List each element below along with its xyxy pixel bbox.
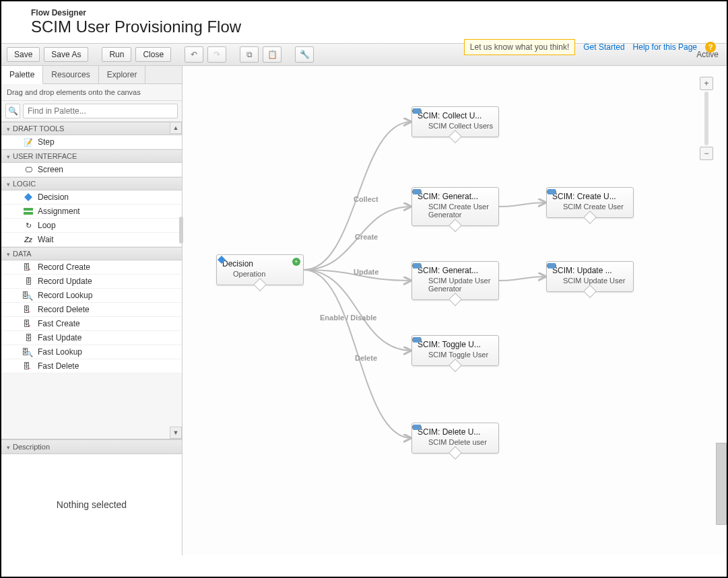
palette-list[interactable]: DRAFT TOOLS📝StepUSER INTERFACE🖵ScreenLOG… <box>1 122 182 439</box>
svg-rect-20 <box>548 263 556 268</box>
node-title: Decision <box>222 259 298 268</box>
node-subtitle: SCIM Create User Generator <box>428 203 493 219</box>
svg-rect-1 <box>24 212 33 215</box>
flow-node-decision[interactable]: +DecisionOperation <box>216 254 304 285</box>
node-title: SCIM: Generat... <box>418 192 493 201</box>
tab-resources[interactable]: Resources <box>43 66 98 83</box>
palette-item[interactable]: Decision <box>1 190 182 205</box>
flow-node-create[interactable]: SCIM: Create U...SCIM Create User <box>546 187 634 218</box>
left-splitter[interactable] <box>179 217 183 244</box>
canvas-right-scrollbar[interactable] <box>716 443 727 525</box>
node-title: SCIM: Toggle U... <box>418 340 493 349</box>
flow-node-genUpdate[interactable]: SCIM: Generat...SCIM Update User Generat… <box>411 261 499 300</box>
palette-item[interactable]: ZzWait <box>1 233 182 247</box>
copy-icon[interactable]: ⧉ <box>240 46 259 63</box>
zoom-out-button[interactable]: − <box>700 147 713 160</box>
palette-category[interactable]: USER INTERFACE <box>1 149 182 163</box>
node-title: SCIM: Generat... <box>418 266 493 275</box>
scroll-up-icon[interactable]: ▲ <box>170 122 182 134</box>
palette-item-label: Loop <box>38 221 56 230</box>
palette-item-label: Fast Delete <box>38 361 79 371</box>
svg-rect-4 <box>420 110 422 112</box>
palette-item[interactable]: 🖵Screen <box>1 163 182 177</box>
flow-node-collect[interactable]: SCIM: Collect U...SCIM Collect Users <box>411 106 499 137</box>
plug-icon <box>552 277 560 285</box>
db-update-icon: 🗄 <box>23 277 34 286</box>
palette-item-label: Step <box>38 137 55 147</box>
palette-item-label: Record Delete <box>38 305 90 314</box>
feedback-button[interactable]: Let us know what you think! <box>464 39 575 55</box>
search-icon[interactable]: 🔍 <box>5 104 20 118</box>
palette-item-label: Record Create <box>38 262 90 272</box>
plug-icon <box>418 277 426 285</box>
palette-item[interactable]: 🗄−Record Delete <box>1 303 182 317</box>
help-link[interactable]: Help for this Page <box>633 42 697 52</box>
left-panel: Palette Resources Explorer Drag and drop… <box>1 66 183 555</box>
svg-rect-19 <box>555 190 556 193</box>
svg-rect-21 <box>547 264 548 267</box>
palette-item[interactable]: 🗄Record Update <box>1 275 182 289</box>
palette-item[interactable]: 🗄+Record Create <box>1 260 182 275</box>
wait-icon: Zz <box>23 235 34 244</box>
redo-icon[interactable]: ↷ <box>207 46 226 63</box>
palette-item[interactable]: 🗄Fast Update <box>1 331 182 345</box>
db-fast-delete-icon: 🗄− <box>23 361 34 371</box>
paste-icon[interactable]: 📋 <box>263 46 282 63</box>
flow-node-update[interactable]: SCIM: Update ...SCIM Update User <box>546 261 634 292</box>
help-icon[interactable]: ? <box>705 42 716 52</box>
flow-node-toggle[interactable]: SCIM: Toggle U...SCIM Toggle User <box>411 335 499 366</box>
add-icon[interactable]: + <box>292 258 300 266</box>
flow-edge[interactable] <box>499 277 546 281</box>
palette-item[interactable]: 📝Step <box>1 135 182 149</box>
db-create-icon: 🗄+ <box>23 262 34 272</box>
palette-item[interactable]: ↻Loop <box>1 219 182 233</box>
undo-icon[interactable]: ↶ <box>185 46 203 63</box>
tab-palette[interactable]: Palette <box>1 66 43 84</box>
node-subtitle: SCIM Collect Users <box>428 122 493 130</box>
svg-rect-2 <box>413 108 421 114</box>
description-body: Nothing selected <box>1 454 182 555</box>
scroll-down-icon[interactable]: ▼ <box>170 427 182 439</box>
node-subtitle: SCIM Create User <box>563 203 624 211</box>
palette-item[interactable]: 🗄🔍Record Lookup <box>1 289 182 303</box>
palette-item[interactable]: 🗄🔍Fast Lookup <box>1 345 182 359</box>
run-button[interactable]: Run <box>102 47 131 62</box>
palette-search-input[interactable] <box>23 104 178 118</box>
plug-icon <box>418 122 426 130</box>
palette-item[interactable]: Assignment <box>1 205 182 219</box>
get-started-link[interactable]: Get Started <box>583 42 624 52</box>
svg-rect-5 <box>413 189 421 194</box>
db-delete-icon: 🗄− <box>23 305 34 314</box>
plug-icon <box>418 351 426 359</box>
breadcrumb-subtitle: Flow Designer <box>31 8 713 17</box>
edge-label: Create <box>355 233 378 241</box>
palette-item-label: Decision <box>38 192 69 202</box>
zoom-in-button[interactable]: + <box>700 77 713 90</box>
palette-category[interactable]: DATA <box>1 247 182 260</box>
palette-category[interactable]: LOGIC <box>1 177 182 190</box>
tab-explorer[interactable]: Explorer <box>99 66 146 83</box>
flow-canvas[interactable]: + − +DecisionOperationSCIM: Collect U...… <box>183 66 727 555</box>
svg-rect-15 <box>412 426 413 429</box>
node-subtitle: SCIM Toggle User <box>428 351 488 359</box>
palette-item[interactable]: 🗄−Fast Delete <box>1 359 182 373</box>
flow-edge[interactable] <box>499 203 546 207</box>
zoom-control: + − <box>700 77 713 160</box>
wrench-icon[interactable]: 🔧 <box>295 46 314 63</box>
palette-item-label: Record Update <box>38 277 92 286</box>
flow-node-genCreate[interactable]: SCIM: Generat...SCIM Create User Generat… <box>411 187 499 226</box>
palette-category[interactable]: DRAFT TOOLS <box>1 122 182 135</box>
svg-rect-10 <box>420 264 422 267</box>
flow-edge[interactable] <box>304 270 411 351</box>
save-as-button[interactable]: Save As <box>44 47 88 62</box>
palette-item[interactable]: 🗄+Fast Create <box>1 317 182 331</box>
edge-label: Delete <box>355 354 377 362</box>
save-button[interactable]: Save <box>7 47 40 62</box>
svg-rect-22 <box>555 264 556 267</box>
palette-item-label: Fast Update <box>38 333 81 342</box>
zoom-slider[interactable] <box>704 92 708 145</box>
close-button[interactable]: Close <box>135 47 171 62</box>
description-header[interactable]: Description <box>1 439 182 454</box>
assignment-icon <box>23 207 34 216</box>
flow-node-delete[interactable]: SCIM: Delete U...SCIM Delete user <box>411 423 499 454</box>
